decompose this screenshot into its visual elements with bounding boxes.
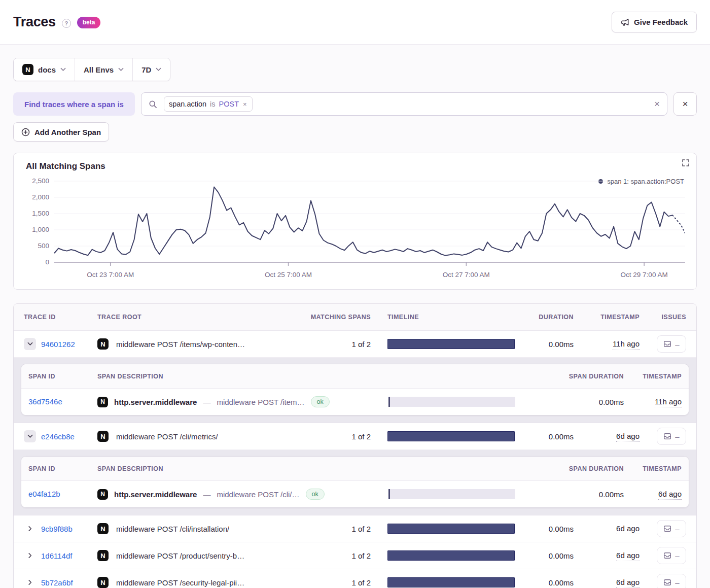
traces-table: TRACE ID TRACE ROOT MATCHING SPANS TIMEL… xyxy=(13,303,697,588)
timestamp-value[interactable]: 6d ago xyxy=(616,551,640,561)
row-expand-button[interactable] xyxy=(24,430,36,442)
col-duration: DURATION xyxy=(518,314,574,321)
expand-chart-icon[interactable] xyxy=(682,159,689,168)
help-icon[interactable]: ? xyxy=(62,19,71,28)
trace-root-label: middleware POST /items/wp-conten… xyxy=(116,340,245,349)
trace-id-cell: 94601262 xyxy=(24,338,97,350)
chevron-down-icon xyxy=(156,67,161,72)
remove-span-filter-button[interactable]: × xyxy=(673,92,697,116)
plus-circle-icon xyxy=(21,128,30,136)
span-id-link[interactable]: 36d7546e xyxy=(28,397,62,406)
y-tick-label: 1,000 xyxy=(32,226,49,233)
issues-icon xyxy=(663,432,671,440)
span-description-label: middleware POST /item… xyxy=(217,398,304,406)
chevron-down-icon xyxy=(60,67,66,72)
trace-root-cell: N middleware POST /security-legal-pii… xyxy=(97,577,310,588)
issues-cell: – xyxy=(640,428,686,445)
project-filter-label: docs xyxy=(38,65,56,74)
token-operator: is xyxy=(210,100,215,108)
trace-id-link[interactable]: e246cb8e xyxy=(41,432,75,441)
row-expand-button[interactable] xyxy=(24,549,36,562)
timeline-cell xyxy=(371,339,518,349)
traces-table-body: 94601262 N middleware POST /items/wp-con… xyxy=(14,331,696,588)
matching-spans-count: 1 of 2 xyxy=(310,432,371,441)
search-clear-icon[interactable]: × xyxy=(654,98,660,110)
timeline-cell xyxy=(371,524,518,534)
timestamp-value[interactable]: 6d ago xyxy=(616,524,640,534)
issues-button[interactable]: – xyxy=(657,428,686,445)
row-expand-button[interactable] xyxy=(24,576,36,588)
timestamp-value[interactable]: 6d ago xyxy=(616,578,640,588)
col-span-timestamp: TIMESTAMP xyxy=(624,465,682,472)
give-feedback-button[interactable]: Give Feedback xyxy=(612,12,697,32)
trace-row: 1d6114df N middleware POST /product/sent… xyxy=(14,542,696,569)
span-search-input[interactable]: span.action is POST × × xyxy=(141,92,667,116)
nextjs-platform-icon: N xyxy=(97,431,109,442)
expanded-spans-section: SPAN ID SPAN DESCRIPTION SPAN DURATION T… xyxy=(14,358,696,423)
col-span-description: SPAN DESCRIPTION xyxy=(97,373,522,380)
timeline-bar[interactable] xyxy=(387,339,515,349)
span-id-link[interactable]: e04fa12b xyxy=(28,490,60,498)
timeline-bar[interactable] xyxy=(387,431,515,441)
chevron-icon xyxy=(27,342,33,346)
chart-y-axis: 05001,0001,5002,0002,500 xyxy=(25,179,54,267)
timeline-cell xyxy=(371,550,518,561)
row-expand-button[interactable] xyxy=(24,523,36,535)
search-filter-token[interactable]: span.action is POST × xyxy=(164,96,253,112)
page-title: Traces xyxy=(13,14,56,30)
issues-button[interactable]: – xyxy=(657,574,686,588)
issues-count: – xyxy=(675,551,679,560)
environment-filter[interactable]: All Envs xyxy=(75,58,132,81)
timeline-bar[interactable] xyxy=(387,524,515,534)
project-filter[interactable]: N docs xyxy=(14,58,75,81)
give-feedback-label: Give Feedback xyxy=(634,18,688,26)
trace-root-cell: N middleware POST /cli/installation/ xyxy=(97,523,310,534)
y-tick-label: 500 xyxy=(38,242,49,250)
add-another-span-button[interactable]: Add Another Span xyxy=(13,122,109,142)
timeline-bar[interactable] xyxy=(387,577,515,587)
spans-table-header: SPAN ID SPAN DESCRIPTION SPAN DURATION T… xyxy=(21,457,689,481)
issues-cell: – xyxy=(640,520,686,537)
date-range-filter-label: 7D xyxy=(141,65,151,74)
span-search-row: Find traces where a span is span.action … xyxy=(13,92,697,116)
x-tick-label: Oct 27 7:00 AM xyxy=(443,271,490,279)
timestamp-value[interactable]: 11h ago xyxy=(613,339,640,350)
timestamp-cell: 6d ago xyxy=(574,524,640,533)
x-tick-label: Oct 23 7:00 AM xyxy=(87,271,134,279)
issues-button[interactable]: – xyxy=(657,520,686,537)
issues-button[interactable]: – xyxy=(657,547,686,564)
issues-cell: – xyxy=(640,574,686,588)
dash-separator: — xyxy=(203,490,210,499)
span-timestamp-cell: 6d ago xyxy=(624,490,682,499)
duration-value: 0.00ms xyxy=(518,551,574,560)
timestamp-value[interactable]: 6d ago xyxy=(616,432,640,442)
span-status-badge: ok xyxy=(306,489,325,500)
timeline-bar[interactable] xyxy=(387,550,515,561)
chevron-icon xyxy=(28,526,32,532)
span-timestamp-value[interactable]: 11h ago xyxy=(655,397,682,407)
trace-root-label: middleware POST /cli/installation/ xyxy=(116,525,229,533)
matching-spans-count: 1 of 2 xyxy=(310,525,371,533)
trace-id-link[interactable]: 1d6114df xyxy=(41,551,72,560)
trace-id-link[interactable]: 9cb9f88b xyxy=(41,525,73,533)
timestamp-cell: 6d ago xyxy=(574,578,640,587)
issues-cell: – xyxy=(640,547,686,564)
row-expand-button[interactable] xyxy=(24,338,36,350)
chart-area: 05001,0001,5002,0002,500 xyxy=(25,179,685,267)
chart-plot xyxy=(54,179,685,267)
nextjs-platform-icon: N xyxy=(97,523,109,534)
trace-root-label: middleware POST /product/sentry-b… xyxy=(116,551,244,560)
issues-button[interactable]: – xyxy=(657,335,686,353)
duration-value: 0.00ms xyxy=(518,340,574,349)
date-range-filter[interactable]: 7D xyxy=(132,58,170,81)
span-op-label: http.server.middleware xyxy=(114,398,197,406)
y-tick-label: 2,500 xyxy=(32,177,49,185)
trace-id-link[interactable]: 5b72a6bf xyxy=(41,578,73,587)
span-timestamp-value[interactable]: 6d ago xyxy=(658,490,682,500)
span-timeline-bar[interactable] xyxy=(388,397,515,407)
span-timeline-tick xyxy=(388,489,390,499)
span-row: e04fa12b N http.server.middleware — midd… xyxy=(21,481,689,507)
span-timeline-bar[interactable] xyxy=(388,489,515,499)
trace-id-link[interactable]: 94601262 xyxy=(41,340,75,349)
token-remove-icon[interactable]: × xyxy=(242,100,247,108)
